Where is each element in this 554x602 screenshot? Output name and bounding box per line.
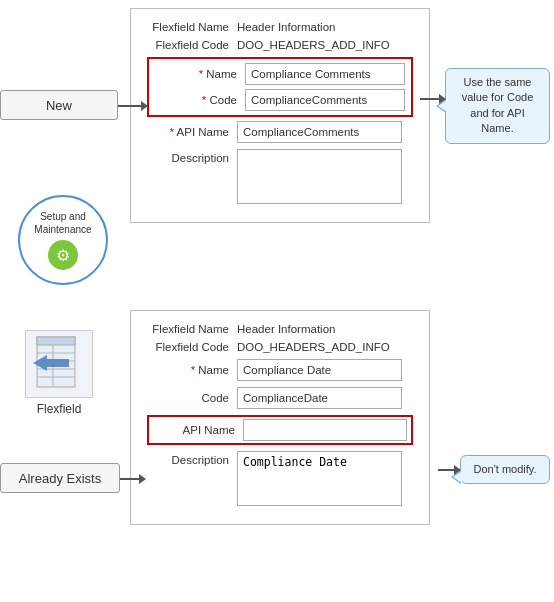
bottom-flexfield-name-value: Header Information [237,323,335,335]
top-flexfield-code-value: DOO_HEADERS_ADD_INFO [237,39,390,51]
svg-rect-1 [37,337,75,345]
top-highlight-group: Name Code [147,57,413,117]
bottom-api-name-row: API Name [147,415,413,445]
already-exists-label: Already Exists [0,463,120,493]
gear-icon: ⚙ [48,240,78,270]
bottom-name-row: Name [147,359,413,381]
bottom-description-row: Description Compliance Date [147,451,413,506]
top-description-label: Description [147,149,237,164]
bottom-flexfield-code-label: Flexfield Code [147,341,237,353]
bottom-flexfield-code-value: DOO_HEADERS_ADD_INFO [237,341,390,353]
flexfield-doc-svg [33,335,85,393]
bottom-flexfield-name-label: Flexfield Name [147,323,237,335]
flexfield-label: Flexfield [37,402,82,416]
bottom-name-input[interactable] [237,359,402,381]
top-description-textarea[interactable] [237,149,402,204]
top-api-name-input[interactable] [237,121,402,143]
top-code-input[interactable] [245,89,405,111]
top-code-label: Code [155,94,245,106]
bottom-description-textarea[interactable]: Compliance Date [237,451,402,506]
top-flexfield-code-row: Flexfield Code DOO_HEADERS_ADD_INFO [147,39,413,51]
setup-maintenance-icon[interactable]: Setup and Maintenance ⚙ [18,195,108,285]
bottom-flexfield-code-row: Flexfield Code DOO_HEADERS_ADD_INFO [147,341,413,353]
bottom-name-label: Name [147,364,237,376]
callout-arrow-bottom [438,469,460,471]
bottom-flexfield-name-row: Flexfield Name Header Information [147,323,413,335]
new-label: New [0,90,118,120]
arrow-new [118,105,147,107]
top-flexfield-name-row: Flexfield Name Header Information [147,21,413,33]
top-code-row: Code [155,89,405,111]
top-description-row: Description [147,149,413,204]
callout-bottom: Don't modify. [460,455,550,484]
callout-arrow-top [420,98,445,100]
setup-text: Setup and Maintenance [34,210,91,236]
top-flexfield-name-value: Header Information [237,21,335,33]
top-api-name-row: API Name [147,121,413,143]
top-name-input[interactable] [245,63,405,85]
top-form-panel: Flexfield Name Header Information Flexfi… [130,8,430,223]
top-flexfield-code-label: Flexfield Code [147,39,237,51]
arrow-already-exists [120,478,145,480]
bottom-api-name-input[interactable] [243,419,407,441]
bottom-api-name-label: API Name [153,424,243,436]
flexfield-icon [25,330,93,398]
top-api-name-label: API Name [147,126,237,138]
top-flexfield-name-label: Flexfield Name [147,21,237,33]
bottom-code-label: Code [147,392,237,404]
bottom-form-panel: Flexfield Name Header Information Flexfi… [130,310,430,525]
bottom-description-label: Description [147,451,237,466]
callout-top: Use the same value for Code and for API … [445,68,550,144]
bottom-code-input[interactable] [237,387,402,409]
top-name-row: Name [155,63,405,85]
main-container: Flexfield Name Header Information Flexfi… [0,0,554,602]
bottom-code-row: Code [147,387,413,409]
flexfield-icon-box: Flexfield [14,330,104,416]
top-name-label: Name [155,68,245,80]
